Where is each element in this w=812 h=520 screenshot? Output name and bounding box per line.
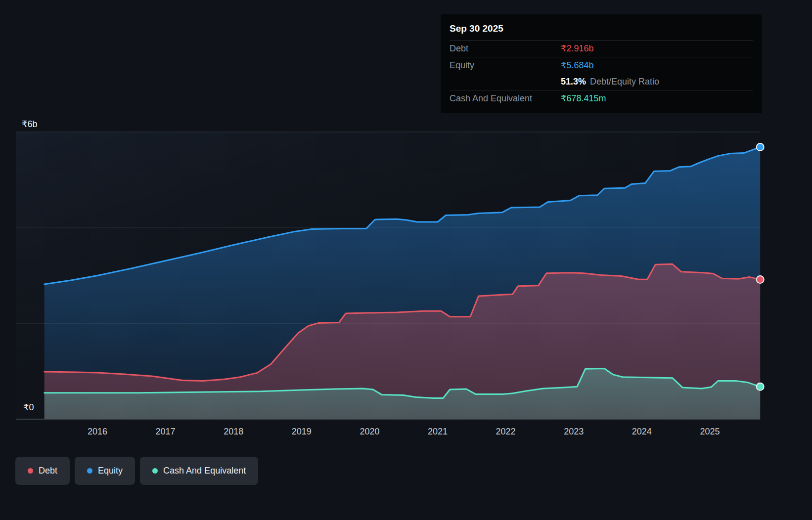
tooltip-cash-value: ₹678.415m bbox=[561, 93, 606, 104]
tooltip-date: Sep 30 2025 bbox=[450, 20, 753, 41]
x-tick-2016: 2016 bbox=[88, 427, 107, 436]
legend-item-equity[interactable]: Equity bbox=[75, 457, 135, 485]
x-tick-2025: 2025 bbox=[700, 427, 720, 436]
tooltip-debt-label: Debt bbox=[450, 43, 561, 54]
x-tick-2023: 2023 bbox=[564, 427, 584, 436]
x-tick-2020: 2020 bbox=[360, 427, 379, 436]
cash-legend-dot bbox=[152, 468, 158, 474]
x-tick-2017: 2017 bbox=[156, 427, 176, 436]
legend-label-debt: Debt bbox=[39, 466, 57, 476]
tooltip-equity-row: Equity ₹5.684b bbox=[450, 57, 753, 74]
tooltip-ratio-row: 51.3%Debt/Equity Ratio bbox=[450, 74, 753, 90]
x-tick-2019: 2019 bbox=[292, 427, 312, 436]
x-tick-2022: 2022 bbox=[496, 427, 516, 436]
tooltip-cash-label: Cash And Equivalent bbox=[450, 93, 561, 104]
legend-label-equity: Equity bbox=[98, 466, 123, 476]
tooltip-cash-row: Cash And Equivalent ₹678.415m bbox=[450, 90, 753, 107]
tooltip-equity-label: Equity bbox=[450, 60, 561, 71]
x-tick-2018: 2018 bbox=[224, 427, 243, 436]
x-tick-2024: 2024 bbox=[632, 427, 652, 436]
legend-item-cash[interactable]: Cash And Equivalent bbox=[140, 457, 258, 485]
y-axis-label-zero: ₹0 bbox=[23, 402, 34, 413]
tooltip-ratio-label: Debt/Equity Ratio bbox=[590, 77, 659, 87]
legend: Debt Equity Cash And Equivalent bbox=[15, 457, 258, 485]
equity-legend-dot bbox=[87, 468, 92, 474]
tooltip-debt-value: ₹2.916b bbox=[561, 43, 594, 54]
legend-item-debt[interactable]: Debt bbox=[15, 457, 70, 485]
y-axis-label-max: ₹6b bbox=[22, 119, 37, 130]
tooltip-panel: Sep 30 2025 Debt ₹2.916b Equity ₹5.684b … bbox=[441, 14, 762, 113]
tooltip-ratio-value: 51.3% bbox=[561, 77, 586, 87]
chart-page: Sep 30 2025 Debt ₹2.916b Equity ₹5.684b … bbox=[0, 0, 812, 520]
tooltip-debt-row: Debt ₹2.916b bbox=[450, 41, 753, 57]
tooltip-equity-value: ₹5.684b bbox=[561, 60, 594, 71]
x-tick-2021: 2021 bbox=[428, 427, 448, 436]
debt-legend-dot bbox=[28, 468, 33, 474]
legend-label-cash: Cash And Equivalent bbox=[163, 466, 246, 476]
chart-hover-area[interactable] bbox=[16, 132, 760, 419]
